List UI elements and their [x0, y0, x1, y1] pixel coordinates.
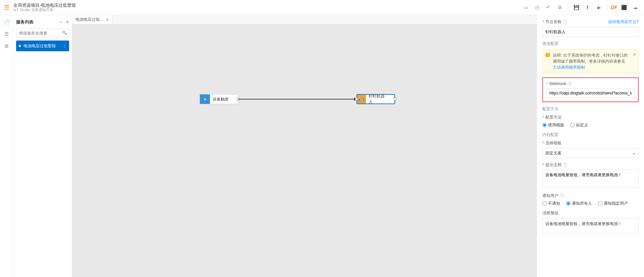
- service-item-more-icon[interactable]: ⋮: [62, 44, 66, 48]
- webhook-input[interactable]: [546, 88, 635, 98]
- node-name-input[interactable]: [542, 27, 639, 37]
- list-icon[interactable]: ☰: [4, 31, 9, 37]
- search-icon[interactable]: 🔍: [62, 30, 67, 35]
- alert-prefix: 说明:: [553, 53, 562, 58]
- tab-active[interactable]: 电池电压过低... ✕: [72, 15, 113, 24]
- help-icon[interactable]: ?: [560, 194, 564, 198]
- menu-icon[interactable]: ☰: [4, 4, 9, 11]
- service-search-input[interactable]: [16, 28, 69, 38]
- tab-strip: 电池电压过低... ✕: [72, 15, 537, 24]
- tab-label: 电池电压过低...: [75, 17, 103, 22]
- service-list-title: 服务列表: [16, 19, 56, 25]
- gear-icon[interactable]: ⚙: [4, 43, 9, 49]
- top-toolbar: ▭ ◷ ↶ ⚙ 💾 ⬆ ▶ DF ⬛ ☁: [521, 3, 640, 12]
- undo-icon[interactable]: ↶: [544, 3, 553, 12]
- content-config-section: 内容配置: [542, 132, 639, 138]
- service-item-battery[interactable]: 电池电压过低警报 ⋮: [16, 41, 69, 51]
- node-name-label: 节点名称: [545, 19, 561, 25]
- template-value: 固定文案: [545, 150, 561, 156]
- message-preview: 设备电池电量较低，请充电或者更换电池！: [542, 218, 639, 233]
- app-icon[interactable]: ⬛: [619, 3, 629, 12]
- output-port[interactable]: [394, 98, 396, 100]
- help-icon[interactable]: ?: [563, 163, 567, 167]
- send-icon[interactable]: ✈: [66, 20, 69, 24]
- properties-panel: * 节点名称 ? 如何使用该节点? 推送配置 ! ✕ 说明: 出于系统保护的考虑…: [537, 15, 644, 277]
- tab-close-icon[interactable]: ✕: [106, 17, 109, 22]
- preview-label: 消息预览: [542, 210, 558, 216]
- push-config-section: 推送配置: [542, 41, 639, 47]
- radio-notify-all[interactable]: 通知所有人: [566, 201, 592, 206]
- radio-no-notify[interactable]: 不通知: [542, 201, 560, 206]
- alert-text: 出于系统保护的考虑，钉钉对接口的调用做了频率限制。更多详细内容请参见: [553, 53, 628, 64]
- radio-use-template[interactable]: 使用模版: [542, 122, 564, 128]
- radio-custom[interactable]: 自定义: [570, 122, 588, 128]
- run-icon[interactable]: ▶: [594, 3, 604, 12]
- alert-close-icon[interactable]: ✕: [633, 52, 636, 58]
- template-select[interactable]: 固定文案 ⌄: [542, 148, 639, 158]
- rate-limit-link[interactable]: 主动调用频率限制: [553, 65, 585, 70]
- warning-icon: !: [545, 53, 550, 57]
- left-icon-rail: 📄 ☰ ⚙: [0, 15, 13, 277]
- add-icon[interactable]: ＋: [59, 19, 63, 25]
- canvas[interactable]: 电池电压过低... ✕ ≡ 设备触发 🤖 钉钉机器人: [72, 15, 537, 277]
- node-label: 设备触发: [210, 94, 237, 104]
- select-template-label: 选择模板: [545, 140, 561, 146]
- service-panel: 服务列表 ＋ ✈ 🔍 电池电压过低警报 ⋮: [13, 15, 72, 277]
- dingbot-icon: 🤖: [357, 95, 366, 103]
- tip-textarea[interactable]: [542, 170, 639, 188]
- webhook-highlight-box: * Webhook ?: [542, 77, 639, 102]
- page-subtitle: IoT Studio 业务逻辑开发: [13, 8, 76, 12]
- node-label: 钉钉机器人: [366, 95, 394, 103]
- service-item-label: 电池电压过低警报: [23, 43, 56, 49]
- chevron-down-icon: ⌄: [632, 151, 636, 155]
- notify-user-label: 通知用户: [542, 193, 558, 199]
- more-icon[interactable]: ☁: [631, 3, 640, 12]
- save-icon[interactable]: 💾: [572, 3, 581, 12]
- screen-icon[interactable]: ▭: [521, 3, 530, 12]
- tip-doc-label: 提示文档: [545, 162, 561, 168]
- history-icon[interactable]: ◷: [532, 3, 542, 12]
- radio-notify-specific[interactable]: 通知指定用户: [598, 201, 628, 206]
- config-method-label: 配置方法: [545, 115, 561, 120]
- page-title: 全局资源项目-电池电压过低警报: [13, 3, 76, 8]
- top-bar: ☰ 全局资源项目-电池电压过低警报 IoT Studio 业务逻辑开发 ▭ ◷ …: [0, 0, 644, 15]
- deploy-icon[interactable]: ⬆: [583, 3, 592, 12]
- how-to-use-link[interactable]: 如何使用该节点?: [608, 19, 639, 25]
- settings-icon[interactable]: ⚙: [555, 3, 565, 12]
- user-badge[interactable]: DF: [611, 5, 617, 10]
- file-icon[interactable]: 📄: [3, 19, 10, 25]
- node-device-trigger[interactable]: ≡ 设备触发: [200, 94, 238, 104]
- help-icon[interactable]: ?: [563, 20, 567, 24]
- trigger-icon: ≡: [200, 94, 210, 104]
- edge[interactable]: [238, 99, 357, 99]
- rate-limit-alert: ! ✕ 说明: 出于系统保护的考虑，钉钉对接口的调用做了频率限制。更多详细内容请…: [542, 49, 639, 73]
- input-port[interactable]: [355, 98, 358, 100]
- node-dingbot[interactable]: 🤖 钉钉机器人: [357, 94, 395, 104]
- help-icon[interactable]: ?: [568, 82, 572, 86]
- webhook-label: Webhook: [549, 81, 566, 86]
- config-method-section: 配置方法: [542, 106, 639, 112]
